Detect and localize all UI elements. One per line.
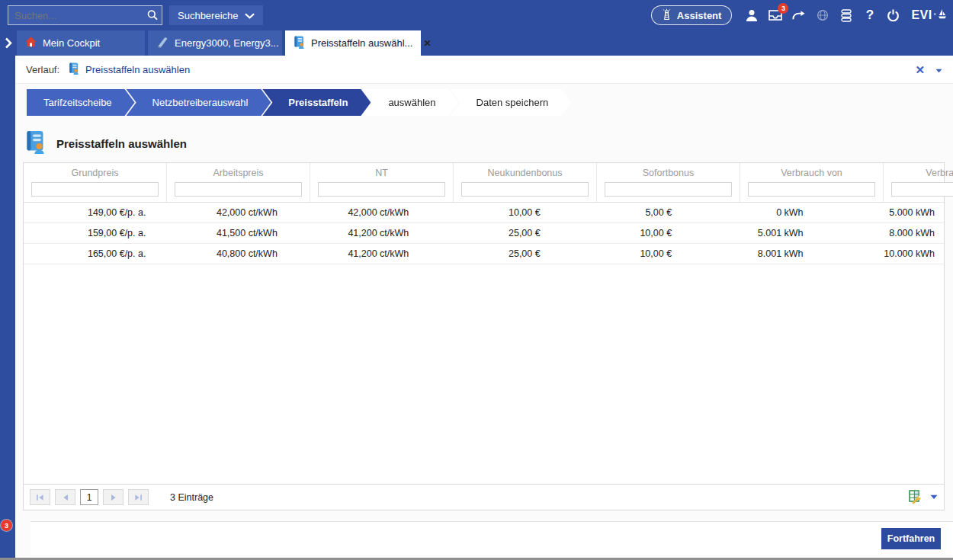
column-header-neukundenbonus[interactable]: Neukundenbonus bbox=[454, 163, 597, 202]
entries-count: 3 Einträge bbox=[170, 492, 213, 503]
column-header-verbrauch-bis[interactable]: Verbrauch bis bbox=[884, 163, 953, 202]
tariff-person-icon bbox=[25, 130, 46, 156]
continue-button[interactable]: Fortfahren bbox=[881, 528, 941, 549]
table-cell: 0 kWh bbox=[681, 203, 812, 222]
column-label: Sofortbonus bbox=[597, 166, 740, 181]
book-icon bbox=[156, 37, 168, 50]
table-cell: 10,00 € bbox=[550, 244, 681, 264]
column-header-arbeitspreis[interactable]: Arbeitspreis bbox=[167, 163, 310, 202]
app-logo: EVI° bbox=[911, 8, 947, 23]
table-row[interactable]: 159,00 €/p. a. 41,500 ct/kWh 41,200 ct/k… bbox=[24, 223, 944, 244]
globe-icon[interactable] bbox=[810, 5, 834, 26]
column-header-grundpreis[interactable]: Grundpreis bbox=[24, 163, 167, 202]
export-caret-down-icon[interactable] bbox=[930, 494, 938, 500]
column-label: Arbeitspreis bbox=[167, 166, 310, 181]
tab-preisstaffeln[interactable]: Preisstaffeln auswähl... ✕ bbox=[285, 30, 421, 56]
column-filter-input-sofortbonus[interactable] bbox=[605, 182, 732, 197]
lighthouse-icon bbox=[662, 8, 672, 23]
sailboat-icon bbox=[938, 8, 947, 23]
page-title: Preisstaffeln auswählen bbox=[56, 137, 187, 150]
step-label: Preisstaffeln bbox=[288, 97, 348, 108]
expand-chevron-icon[interactable] bbox=[0, 30, 17, 56]
column-filter-input-verbrauch-von[interactable] bbox=[748, 182, 875, 197]
wizard-step-tarifzeitscheibe[interactable]: Tarifzeitscheibe bbox=[27, 89, 135, 116]
user-icon[interactable] bbox=[740, 5, 763, 26]
excel-export-icon[interactable] bbox=[909, 490, 923, 504]
tab-close-icon[interactable]: ✕ bbox=[423, 38, 431, 49]
assistant-button[interactable]: Assistent bbox=[651, 5, 733, 25]
caret-down-icon[interactable] bbox=[935, 64, 942, 75]
column-filter-input-nt[interactable] bbox=[318, 182, 445, 197]
column-label: Neukundenbonus bbox=[454, 166, 596, 181]
wizard-step-auswaehlen[interactable]: auswählen bbox=[362, 89, 458, 116]
column-header-sofortbonus[interactable]: Sofortbonus bbox=[597, 163, 740, 202]
last-page-button[interactable] bbox=[128, 489, 149, 505]
pagination-bar: 1 3 Einträge bbox=[24, 484, 944, 510]
topbar-actions: Assistent 3 ? EVI° bbox=[651, 5, 953, 26]
tab-label: Energy3000, Energy3... bbox=[175, 37, 279, 49]
column-filter-input-arbeitspreis[interactable] bbox=[175, 182, 302, 197]
table-cell: 165,00 €/p. a. bbox=[24, 244, 155, 264]
previous-page-button[interactable] bbox=[55, 489, 75, 505]
tab-label: Preisstaffeln auswähl... bbox=[311, 37, 412, 49]
wizard-steps: Tarifzeitscheibe Netzbetreiberauswahl Pr… bbox=[27, 89, 953, 116]
table-cell: 41,500 ct/kWh bbox=[155, 223, 286, 243]
topbar: Suchbereiche Assistent 3 bbox=[0, 0, 953, 30]
database-icon[interactable] bbox=[834, 5, 858, 26]
tariff-person-icon bbox=[294, 36, 305, 51]
table-cell: 8.001 kWh bbox=[681, 244, 812, 264]
table-cell: 42,000 ct/kWh bbox=[287, 203, 418, 222]
home-icon bbox=[25, 37, 37, 50]
table-cell: 41,200 ct/kWh bbox=[287, 223, 418, 243]
step-label: Netzbetreiberauswahl bbox=[152, 97, 249, 108]
column-label: Verbrauch bis bbox=[884, 166, 953, 181]
search-icon[interactable] bbox=[143, 9, 162, 21]
current-page-indicator[interactable]: 1 bbox=[80, 489, 98, 505]
global-search[interactable] bbox=[8, 5, 162, 25]
wizard-step-daten-speichern[interactable]: Daten speichern bbox=[451, 89, 572, 116]
table-row[interactable]: 149,00 €/p. a. 42,000 ct/kWh 42,000 ct/k… bbox=[24, 203, 944, 223]
logo-text: EVI bbox=[911, 8, 932, 22]
wizard-step-preisstaffeln[interactable]: Preisstaffeln bbox=[262, 89, 371, 116]
close-icon[interactable]: ✕ bbox=[915, 64, 925, 75]
search-scope-button[interactable]: Suchbereiche bbox=[169, 5, 263, 25]
first-page-button[interactable] bbox=[30, 489, 50, 505]
table-cell: 5.001 kWh bbox=[681, 223, 812, 243]
search-scope-label: Suchbereiche bbox=[178, 10, 239, 21]
history-bar: Verlauf: Preisstaffeln auswählen ✕ bbox=[15, 56, 953, 84]
sidebar-notification-badge: 3 bbox=[1, 520, 12, 531]
table-cell: 5.000 kWh bbox=[813, 203, 944, 222]
table-cell: 41,200 ct/kWh bbox=[287, 244, 418, 264]
inbox-icon[interactable]: 3 bbox=[763, 5, 787, 26]
history-item-link[interactable]: Preisstaffeln auswählen bbox=[85, 64, 190, 75]
wizard-step-netzbetreiberauswahl[interactable]: Netzbetreiberauswahl bbox=[127, 89, 271, 116]
tab-energy3000[interactable]: Energy3000, Energy3... ✕ bbox=[148, 30, 282, 56]
tabbar: Mein Cockpit Energy3000, Energy3... ✕ Pr… bbox=[0, 30, 953, 56]
step-label: Tarifzeitscheibe bbox=[43, 97, 112, 108]
table-cell: 5,00 € bbox=[550, 203, 681, 222]
tab-mein-cockpit[interactable]: Mein Cockpit bbox=[17, 30, 145, 56]
column-label: Verbrauch von bbox=[740, 166, 883, 181]
help-button[interactable]: ? bbox=[858, 5, 881, 26]
column-header-nt[interactable]: NT bbox=[310, 163, 454, 202]
chevron-down-icon bbox=[245, 10, 255, 21]
column-label: Grundpreis bbox=[24, 166, 166, 181]
column-header-verbrauch-von[interactable]: Verbrauch von bbox=[740, 163, 884, 202]
main-content: Verlauf: Preisstaffeln auswählen ✕ Tarif… bbox=[15, 56, 953, 558]
table-cell: 42,000 ct/kWh bbox=[155, 203, 286, 222]
column-filter-input-grundpreis[interactable] bbox=[31, 182, 159, 197]
redo-icon[interactable] bbox=[787, 5, 810, 26]
table-cell: 10.000 kWh bbox=[813, 244, 944, 264]
table-row[interactable]: 165,00 €/p. a. 40,800 ct/kWh 41,200 ct/k… bbox=[24, 244, 944, 264]
column-filter-input-neukundenbonus[interactable] bbox=[461, 182, 589, 197]
power-icon[interactable] bbox=[881, 5, 905, 26]
tariff-person-icon bbox=[69, 62, 79, 77]
search-input[interactable] bbox=[8, 10, 143, 21]
step-label: auswählen bbox=[388, 97, 435, 108]
tab-label: Mein Cockpit bbox=[43, 37, 100, 49]
table-cell: 25,00 € bbox=[418, 223, 549, 243]
action-bar: Fortfahren bbox=[30, 521, 953, 555]
table-cell: 149,00 €/p. a. bbox=[24, 203, 155, 222]
column-filter-input-verbrauch-bis[interactable] bbox=[891, 182, 953, 197]
next-page-button[interactable] bbox=[103, 489, 124, 505]
